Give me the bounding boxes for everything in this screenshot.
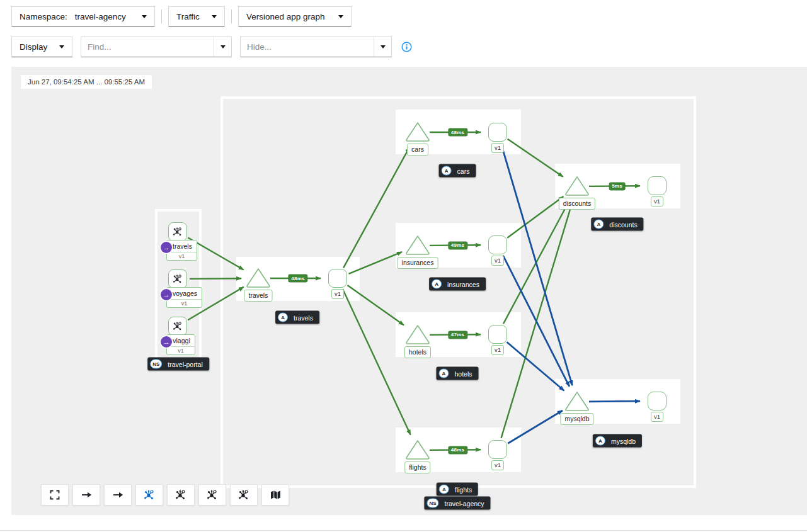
node-label-mysqldb-v1: v1 <box>651 412 663 422</box>
edge-latency-label: 48ms <box>448 128 467 137</box>
edge-arrow-a-button[interactable] <box>72 484 100 506</box>
app-chip-insurances[interactable]: Ainsurances <box>429 278 486 291</box>
topology-icon <box>173 274 183 284</box>
traffic-source-badge: → <box>161 289 172 300</box>
graph-type-select[interactable]: Versioned app graph <box>238 6 352 26</box>
graph-type-value: Versioned app graph <box>246 12 325 21</box>
service-triangle-shape <box>404 120 432 143</box>
node-hotels-svc[interactable] <box>404 323 432 348</box>
traffic-select[interactable]: Traffic <box>168 6 225 26</box>
app-chip-flights[interactable]: Aflights <box>437 483 478 496</box>
node-discounts-v1[interactable] <box>648 176 667 195</box>
service-triangle-shape <box>404 234 432 256</box>
source-version-label: v1 <box>167 346 195 354</box>
service-triangle-shape <box>404 323 432 346</box>
zoom-to-fit-button[interactable] <box>41 484 69 506</box>
node-label-src-viaggi: →viaggiv1 <box>166 334 195 355</box>
node-label-travels-v1: v1 <box>331 289 344 299</box>
traffic-source-badge: → <box>161 336 172 348</box>
node-label-discounts-svc: discounts <box>559 198 595 210</box>
chevron-down-icon <box>220 45 226 48</box>
node-src-voyages[interactable] <box>168 269 187 288</box>
legend-button[interactable] <box>261 484 289 506</box>
app-chip-travels[interactable]: Atravels <box>275 311 319 324</box>
app-chip-cars[interactable]: Acars <box>439 164 476 178</box>
page-bottom-divider <box>0 530 807 531</box>
edge-latency-label: 48ms <box>448 446 467 454</box>
node-label-cars-v1: v1 <box>491 143 504 153</box>
chip-label: insurances <box>447 280 479 288</box>
chevron-down-icon <box>142 15 147 18</box>
toolbar-divider <box>231 9 232 23</box>
graph-toolbar-row1: Namespace: travel-agency Traffic Version… <box>11 6 352 26</box>
find-options-button[interactable] <box>214 37 231 57</box>
node-discounts-svc[interactable] <box>563 174 591 200</box>
app-chip-mysqldb[interactable]: Amysqldb <box>593 434 642 448</box>
namespace-select[interactable]: Namespace: travel-agency <box>11 6 155 26</box>
node-label-hotels-v1: v1 <box>491 345 504 355</box>
graph-toolbar-row2: Display <box>11 37 412 57</box>
traffic-source-badge: → <box>161 242 172 253</box>
layout-2-button[interactable] <box>198 484 226 506</box>
app-chip-discounts[interactable]: Adiscounts <box>591 218 643 231</box>
node-flights-v1[interactable] <box>488 440 507 459</box>
namespace-chip-travel-agency[interactable]: NStravel-agency <box>424 497 490 510</box>
chevron-down-icon <box>381 45 386 48</box>
source-name-label: voyages <box>167 288 202 299</box>
namespace-badge: NS <box>426 499 438 508</box>
expand-icon <box>50 490 60 500</box>
node-src-viaggi[interactable] <box>168 317 187 336</box>
app-badge: A <box>439 485 449 494</box>
find-input[interactable] <box>81 37 214 57</box>
namespace-label: Namespace: <box>20 12 67 21</box>
info-icon[interactable] <box>401 42 412 52</box>
source-version-label: v1 <box>167 299 202 307</box>
find-input-group <box>81 37 232 57</box>
chevron-down-icon <box>338 15 343 18</box>
topology-icon <box>144 489 155 501</box>
service-triangle-shape <box>244 266 272 289</box>
service-triangle-shape <box>404 438 432 461</box>
node-src-travels[interactable] <box>168 222 187 241</box>
node-label-src-travels: →travelsv1 <box>166 240 197 261</box>
node-insurances-v1[interactable] <box>488 235 507 254</box>
edge-arrow-b-button[interactable] <box>104 484 132 506</box>
graph-canvas[interactable]: Jun 27, 09:54:25 AM ... 09:55:25 AM <box>11 67 807 515</box>
node-mysqldb-v1[interactable] <box>648 392 667 410</box>
hide-options-button[interactable] <box>374 37 391 57</box>
app-badge: A <box>593 220 604 229</box>
app-chip-hotels[interactable]: Ahotels <box>436 367 478 380</box>
layout-default-button[interactable] <box>135 484 163 506</box>
node-insurances-svc[interactable] <box>404 234 432 259</box>
node-label-discounts-v1: v1 <box>651 196 663 207</box>
chip-label: travels <box>294 314 313 321</box>
edge-latency-label: 48ms <box>288 274 307 283</box>
chip-label: flights <box>455 485 472 493</box>
namespace-chip-travel-portal[interactable]: NStravel-portal <box>147 358 209 371</box>
edge-latency-label: 47ms <box>448 331 467 339</box>
traffic-label: Traffic <box>176 12 200 21</box>
map-icon <box>270 490 281 500</box>
node-cars-v1[interactable] <box>488 123 507 142</box>
node-cars-svc[interactable] <box>404 120 432 145</box>
chip-label: cars <box>457 167 470 174</box>
app-badge: A <box>432 280 442 289</box>
hide-input[interactable] <box>241 37 374 57</box>
node-label-flights-svc: flights <box>404 461 430 473</box>
toolbar-divider <box>161 9 162 23</box>
node-travels-svc[interactable] <box>244 266 272 291</box>
node-layer: →travelsv1 →voyagesv1 →viaggiv1 travelsv… <box>11 67 807 515</box>
node-hotels-v1[interactable] <box>488 325 507 344</box>
graph-controls-toolbar <box>41 484 289 506</box>
node-travels-v1[interactable] <box>328 269 347 288</box>
kiali-graph-page: Namespace: travel-agency Traffic Version… <box>0 0 807 532</box>
topology-icon <box>238 489 249 501</box>
node-mysqldb-svc[interactable] <box>563 390 591 415</box>
layout-1-button[interactable] <box>167 484 195 506</box>
node-flights-svc[interactable] <box>404 438 432 463</box>
layout-3-button[interactable] <box>230 484 258 506</box>
node-label-insurances-svc: insurances <box>398 257 438 269</box>
chevron-down-icon <box>212 15 217 18</box>
node-label-hotels-svc: hotels <box>404 346 431 358</box>
display-dropdown[interactable]: Display <box>11 37 72 57</box>
